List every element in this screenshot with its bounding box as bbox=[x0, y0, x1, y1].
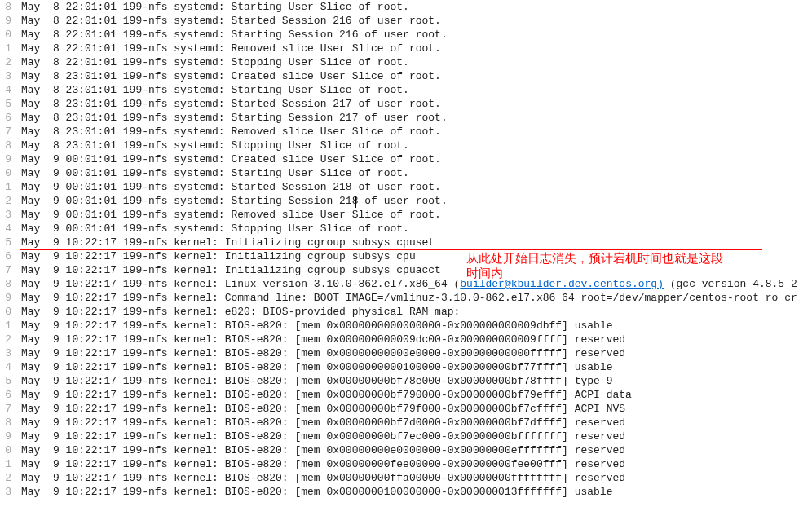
log-line: 4May 8 23:01:01 199-nfs systemd: Startin… bbox=[0, 83, 812, 97]
text-caret bbox=[355, 196, 356, 208]
log-line-text: May 9 10:22:17 199-nfs kernel: BIOS-e820… bbox=[21, 388, 632, 402]
line-number: 4 bbox=[0, 83, 21, 97]
log-line: 7May 9 10:22:17 199-nfs kernel: Initiali… bbox=[0, 263, 812, 277]
log-line: 7May 9 10:22:17 199-nfs kernel: BIOS-e82… bbox=[0, 402, 812, 416]
log-line-text: May 8 23:01:01 199-nfs systemd: Starting… bbox=[21, 83, 409, 97]
log-line: 0May 9 10:22:17 199-nfs kernel: BIOS-e82… bbox=[0, 443, 812, 457]
log-line: 4May 9 10:22:17 199-nfs kernel: BIOS-e82… bbox=[0, 360, 812, 374]
log-line: 0May 9 00:01:01 199-nfs systemd: Startin… bbox=[0, 166, 812, 180]
log-line-text: May 9 10:22:17 199-nfs kernel: BIOS-e820… bbox=[21, 457, 625, 471]
line-number: 7 bbox=[0, 125, 21, 139]
log-line-text: May 8 22:01:01 199-nfs systemd: Started … bbox=[21, 14, 441, 28]
log-line: 1May 9 10:22:17 199-nfs kernel: BIOS-e82… bbox=[0, 319, 812, 333]
line-number: 5 bbox=[0, 374, 21, 388]
log-line: 2May 9 00:01:01 199-nfs systemd: Startin… bbox=[0, 194, 812, 208]
log-line-text: May 9 00:01:01 199-nfs systemd: Starting… bbox=[21, 166, 409, 180]
line-number: 3 bbox=[0, 208, 21, 222]
log-line-text: May 8 22:01:01 199-nfs systemd: Starting… bbox=[21, 28, 448, 42]
line-number: 2 bbox=[0, 471, 21, 485]
log-line: 1May 9 00:01:01 199-nfs systemd: Started… bbox=[0, 180, 812, 194]
line-number: 1 bbox=[0, 180, 21, 194]
log-line-text: May 9 00:01:01 199-nfs systemd: Removed … bbox=[21, 208, 441, 222]
log-line: 2May 9 10:22:17 199-nfs kernel: BIOS-e82… bbox=[0, 333, 812, 346]
log-line: 9May 8 22:01:01 199-nfs systemd: Started… bbox=[0, 14, 812, 28]
line-number: 8 bbox=[0, 416, 21, 430]
line-number: 8 bbox=[0, 0, 21, 14]
line-number: 4 bbox=[0, 360, 21, 374]
log-line-text: May 9 10:22:17 199-nfs kernel: Initializ… bbox=[21, 249, 416, 263]
line-number: 5 bbox=[0, 97, 21, 111]
log-line-text: May 9 10:22:17 199-nfs kernel: e820: BIO… bbox=[21, 305, 460, 319]
log-line: 8May 8 23:01:01 199-nfs systemd: Stoppin… bbox=[0, 139, 812, 152]
line-number: 1 bbox=[0, 457, 21, 471]
line-number: 0 bbox=[0, 166, 21, 180]
log-line-text: May 9 10:22:17 199-nfs kernel: BIOS-e820… bbox=[21, 319, 613, 333]
line-number: 7 bbox=[0, 402, 21, 416]
log-line-text: May 9 10:22:17 199-nfs kernel: BIOS-e820… bbox=[21, 471, 625, 485]
log-line-text: May 9 00:01:01 199-nfs systemd: Starting… bbox=[21, 194, 448, 208]
log-line: 9May 9 10:22:17 199-nfs kernel: Command … bbox=[0, 291, 812, 305]
log-line-text: May 9 10:22:17 199-nfs kernel: Initializ… bbox=[21, 236, 435, 249]
line-number: 8 bbox=[0, 139, 21, 152]
line-number: 6 bbox=[0, 111, 21, 125]
line-number: 3 bbox=[0, 346, 21, 360]
log-line-text: May 8 23:01:01 199-nfs systemd: Removed … bbox=[21, 125, 441, 139]
log-line-text: May 9 10:22:17 199-nfs kernel: BIOS-e820… bbox=[21, 416, 625, 430]
line-number: 9 bbox=[0, 430, 21, 443]
log-line: 3May 9 00:01:01 199-nfs systemd: Removed… bbox=[0, 208, 812, 222]
line-number: 3 bbox=[0, 485, 21, 499]
log-line-text: May 9 10:22:17 199-nfs kernel: BIOS-e820… bbox=[21, 374, 613, 388]
log-line-text: May 8 23:01:01 199-nfs systemd: Starting… bbox=[21, 111, 448, 125]
log-line-text: May 9 10:22:17 199-nfs kernel: BIOS-e820… bbox=[21, 430, 625, 443]
log-line-text: May 9 10:22:17 199-nfs kernel: BIOS-e820… bbox=[21, 402, 625, 416]
log-line: 6May 8 23:01:01 199-nfs systemd: Startin… bbox=[0, 111, 812, 125]
log-line-text: May 9 10:22:17 199-nfs kernel: BIOS-e820… bbox=[21, 333, 625, 346]
annotation-divider bbox=[20, 249, 762, 250]
line-number: 9 bbox=[0, 291, 21, 305]
log-line: 3May 9 10:22:17 199-nfs kernel: BIOS-e82… bbox=[0, 346, 812, 360]
log-line: 8May 9 10:22:17 199-nfs kernel: Linux ve… bbox=[0, 277, 812, 291]
log-line: 9May 9 10:22:17 199-nfs kernel: BIOS-e82… bbox=[0, 430, 812, 443]
line-number: 3 bbox=[0, 69, 21, 83]
line-number: 2 bbox=[0, 55, 21, 69]
log-line: 3May 8 23:01:01 199-nfs systemd: Created… bbox=[0, 69, 812, 83]
log-line-text: May 8 23:01:01 199-nfs systemd: Created … bbox=[21, 69, 441, 83]
log-line-text: May 9 10:22:17 199-nfs kernel: Linux ver… bbox=[21, 277, 797, 291]
log-line: 2May 8 22:01:01 199-nfs systemd: Stoppin… bbox=[0, 55, 812, 69]
log-editor[interactable]: 8May 8 22:01:01 199-nfs systemd: Startin… bbox=[0, 0, 812, 520]
line-number: 2 bbox=[0, 333, 21, 346]
log-line-text: May 8 22:01:01 199-nfs systemd: Removed … bbox=[21, 42, 441, 55]
line-number: 0 bbox=[0, 443, 21, 457]
line-number: 1 bbox=[0, 319, 21, 333]
line-number: 8 bbox=[0, 277, 21, 291]
log-line-text: May 9 00:01:01 199-nfs systemd: Stopping… bbox=[21, 222, 409, 236]
line-number: 0 bbox=[0, 28, 21, 42]
log-line: 5May 9 10:22:17 199-nfs kernel: BIOS-e82… bbox=[0, 374, 812, 388]
log-line: 8May 9 10:22:17 199-nfs kernel: BIOS-e82… bbox=[0, 416, 812, 430]
log-line: 5May 9 10:22:17 199-nfs kernel: Initiali… bbox=[0, 236, 812, 249]
log-line: 2May 9 10:22:17 199-nfs kernel: BIOS-e82… bbox=[0, 471, 812, 485]
email-link[interactable]: builder@kbuilder.dev.centos.org) bbox=[460, 278, 664, 290]
log-line-text: May 9 10:22:17 199-nfs kernel: BIOS-e820… bbox=[21, 485, 613, 499]
line-number: 4 bbox=[0, 222, 21, 236]
log-line-text: May 9 10:22:17 199-nfs kernel: Initializ… bbox=[21, 263, 441, 277]
log-line: 0May 9 10:22:17 199-nfs kernel: e820: BI… bbox=[0, 305, 812, 319]
line-number: 6 bbox=[0, 388, 21, 402]
line-number: 9 bbox=[0, 152, 21, 166]
log-line: 6May 9 10:22:17 199-nfs kernel: Initiali… bbox=[0, 249, 812, 263]
log-line-text: May 9 10:22:17 199-nfs kernel: BIOS-e820… bbox=[21, 443, 625, 457]
log-line-text: May 8 23:01:01 199-nfs systemd: Started … bbox=[21, 97, 441, 111]
log-line: 1May 9 10:22:17 199-nfs kernel: BIOS-e82… bbox=[0, 457, 812, 471]
log-line: 6May 9 10:22:17 199-nfs kernel: BIOS-e82… bbox=[0, 388, 812, 402]
log-line: 4May 9 00:01:01 199-nfs systemd: Stoppin… bbox=[0, 222, 812, 236]
log-line: 3May 9 10:22:17 199-nfs kernel: BIOS-e82… bbox=[0, 485, 812, 499]
log-line-text: May 9 00:01:01 199-nfs systemd: Created … bbox=[21, 152, 441, 166]
log-line-text: May 8 23:01:01 199-nfs systemd: Stopping… bbox=[21, 139, 409, 152]
log-line-text: May 8 22:01:01 199-nfs systemd: Stopping… bbox=[21, 55, 409, 69]
log-line-text: May 8 22:01:01 199-nfs systemd: Starting… bbox=[21, 0, 409, 14]
log-line-text: May 9 10:22:17 199-nfs kernel: BIOS-e820… bbox=[21, 360, 613, 374]
line-number: 9 bbox=[0, 14, 21, 28]
log-line-text: May 9 00:01:01 199-nfs systemd: Started … bbox=[21, 180, 441, 194]
log-line-text: May 9 10:22:17 199-nfs kernel: BIOS-e820… bbox=[21, 346, 625, 360]
log-line: 7May 8 23:01:01 199-nfs systemd: Removed… bbox=[0, 125, 812, 139]
